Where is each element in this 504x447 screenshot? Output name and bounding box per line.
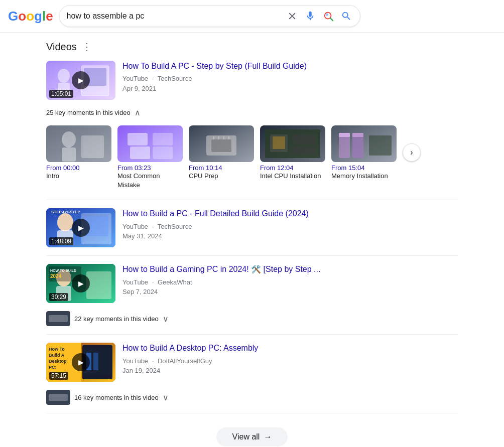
video-card-4: How To Build A Desktop PC: Assembly ▶ 57… [46, 343, 458, 382]
google-logo: Google [8, 9, 53, 24]
svg-rect-10 [62, 147, 76, 162]
video-meta-3: YouTube · GeekaWhat Sep 7, 2024 [122, 277, 458, 297]
chevron-up-icon-1: ∧ [135, 108, 141, 117]
view-all-button[interactable]: View all → [216, 427, 288, 446]
key-moments-bar-3[interactable]: 22 key moments in this video ∨ [46, 311, 458, 326]
key-moments-text-3: 22 key moments in this video [74, 315, 159, 323]
moment-thumb-5 [331, 125, 397, 162]
svg-text:How To: How To [49, 347, 65, 352]
svg-text:STEP-BY-STEP: STEP-BY-STEP [51, 210, 80, 214]
moment-2[interactable]: From 03:23 Most Common Mistake [117, 125, 183, 190]
video-info-3: How to Build a Gaming PC in 2024! 🛠️ [St… [122, 264, 458, 296]
search-icon [341, 11, 352, 22]
video-source-4: YouTube [122, 357, 148, 365]
key-moments-small-thumb-3 [46, 311, 70, 326]
svg-text:Build A: Build A [49, 353, 65, 358]
lens-icon [323, 11, 334, 22]
key-moments-bar-4[interactable]: 16 key moments in this video ∨ [46, 390, 458, 405]
play-button-1[interactable]: ▶ [72, 71, 90, 89]
video-date-1: Apr 9, 2021 [122, 85, 156, 92]
carousel-nav: › [403, 125, 421, 162]
clear-button[interactable] [286, 10, 299, 23]
divider-3 [46, 334, 458, 335]
moment-label-1: Intro [46, 172, 59, 180]
chevron-down-icon-3: ∨ [163, 314, 169, 324]
svg-point-6 [58, 69, 70, 83]
view-all-label: View all [232, 432, 260, 441]
key-moments-text-1: 25 key moments in this video [46, 109, 131, 116]
thumbnail-4[interactable]: How To Build A Desktop PC: Assembly ▶ 57… [46, 343, 115, 382]
video-date-4: Jan 19, 2024 [122, 367, 160, 374]
play-button-4[interactable]: ▶ [72, 353, 90, 371]
svg-point-9 [62, 131, 76, 147]
divider-2 [46, 255, 458, 256]
moment-time-4[interactable]: From 12:04 [260, 164, 325, 172]
video-meta-2: YouTube · TechSource May 31, 2024 [122, 222, 458, 241]
main-content: Videos ⋮ ▶ 1:05:01 [36, 33, 468, 447]
divider-1 [46, 200, 458, 200]
video-info-2: How to Build a PC - Full Detailed Build … [122, 208, 458, 241]
video-channel-2: TechSource [158, 223, 192, 230]
search-button[interactable] [340, 10, 353, 23]
svg-rect-34 [352, 133, 363, 137]
video-title-4[interactable]: How to Build A Desktop PC: Assembly [122, 344, 258, 352]
video-info-1: How To Build A PC - Step by Step (Full B… [122, 61, 458, 93]
key-moments-small-thumb-4 [46, 390, 70, 405]
svg-rect-19 [211, 139, 231, 152]
moment-time-3[interactable]: From 10:14 [189, 164, 254, 172]
section-title: Videos [46, 41, 77, 53]
svg-rect-61 [93, 353, 98, 370]
mic-icon [305, 11, 316, 22]
svg-rect-16 [153, 146, 173, 159]
svg-rect-27 [293, 134, 315, 144]
moment-4[interactable]: From 12:04 Intel CPU Installation [260, 125, 325, 181]
svg-text:Desktop: Desktop [49, 359, 67, 364]
moment-time-2[interactable]: From 03:23 [117, 164, 183, 172]
play-button-3[interactable]: ▶ [72, 274, 90, 292]
video-channel-1: TechSource [158, 75, 192, 82]
moment-5[interactable]: From 15:04 Memory Installation [331, 125, 397, 181]
duration-1: 1:05:01 [49, 90, 73, 98]
moment-label-2: Most Common Mistake [117, 172, 160, 189]
moment-1[interactable]: From 00:00 Intro [46, 125, 111, 181]
moments-carousel: From 00:00 Intro From 03:23 Most Common … [46, 125, 458, 190]
video-meta-4: YouTube · DoItAllYourselfGuy Jan 19, 202… [122, 356, 458, 376]
video-card-3: HOW TO BUILD 2024 ▶ 30:29 How to Build a… [46, 264, 458, 303]
moment-thumb-3 [189, 125, 254, 162]
moment-thumb-2 [117, 125, 183, 162]
voice-search-button[interactable] [304, 10, 317, 23]
svg-line-1 [330, 18, 333, 21]
video-title-3[interactable]: How to Build a Gaming PC in 2024! 🛠️ [St… [122, 265, 320, 273]
svg-rect-33 [339, 133, 350, 137]
play-button-2[interactable]: ▶ [72, 219, 90, 237]
moment-time-5[interactable]: From 15:04 [331, 164, 397, 172]
svg-text:HOW TO BUILD: HOW TO BUILD [50, 269, 76, 272]
carousel-next-button[interactable]: › [403, 143, 421, 162]
moment-3[interactable]: From 10:14 CPU Prep [189, 125, 254, 181]
video-card-2: STEP-BY-STEP ▶ 1:48:09 How to Build a PC… [46, 208, 458, 247]
moment-thumb-1 [46, 125, 111, 162]
thumbnail-3[interactable]: HOW TO BUILD 2024 ▶ 30:29 [46, 264, 115, 303]
search-bar [59, 5, 360, 27]
search-input[interactable] [67, 12, 282, 21]
video-channel-3: GeekaWhat [158, 278, 192, 286]
svg-rect-63 [49, 394, 68, 401]
video-date-2: May 31, 2024 [122, 232, 162, 240]
svg-rect-14 [130, 146, 150, 159]
lens-button[interactable] [322, 10, 335, 23]
thumbnail-1[interactable]: ▶ 1:05:01 [46, 61, 115, 100]
video-title-2[interactable]: How to Build a PC - Full Detailed Build … [122, 209, 309, 218]
moment-thumb-4 [260, 125, 325, 162]
thumbnail-2[interactable]: STEP-BY-STEP ▶ 1:48:09 [46, 208, 115, 247]
video-card-1: ▶ 1:05:01 How To Build A PC - Step by St… [46, 61, 458, 100]
video-source-2: YouTube [122, 223, 148, 230]
moment-time-1[interactable]: From 00:00 [46, 164, 111, 172]
key-moments-bar-1[interactable]: 25 key moments in this video ∧ [46, 108, 458, 117]
svg-rect-15 [153, 133, 173, 145]
video-title-1[interactable]: How To Build A PC - Step by Step (Full B… [122, 62, 307, 70]
video-source-1: YouTube [122, 75, 148, 82]
video-date-3: Sep 7, 2024 [122, 288, 158, 295]
header: Google [0, 0, 504, 33]
more-options-icon[interactable]: ⋮ [82, 41, 92, 53]
svg-rect-11 [81, 135, 104, 158]
